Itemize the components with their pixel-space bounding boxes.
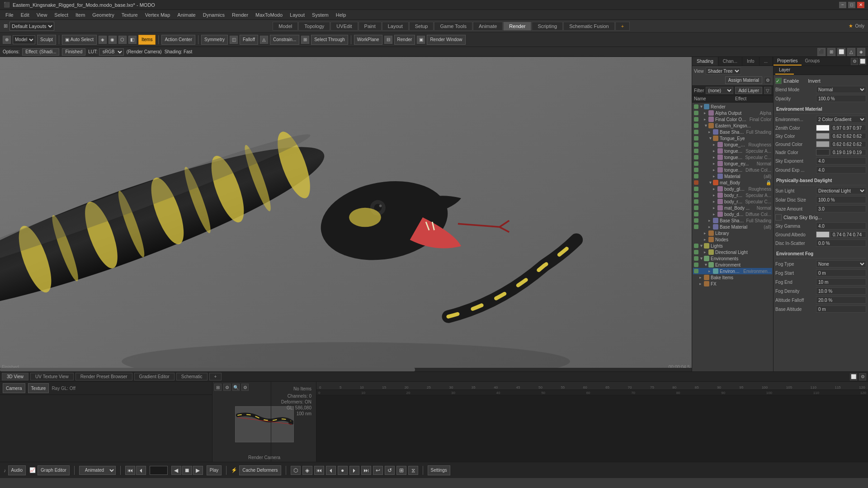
disc-scatter-value[interactable]: 0.0 % (816, 239, 866, 247)
frame-field[interactable]: 0 (150, 466, 168, 475)
tree-body-1[interactable]: ▸ body_glos... Roughness (693, 186, 772, 192)
tree-base-shader-2[interactable]: ▸ Base Shader Full Shading (693, 217, 772, 224)
transport-icon-7[interactable]: ⏭ (361, 466, 371, 475)
menu-layout[interactable]: Layout (286, 11, 308, 19)
play-button[interactable]: ▶ (193, 466, 203, 475)
transport-icon-10[interactable]: ⊞ (396, 466, 406, 475)
bottom-expand-icon[interactable]: ⬜ (850, 373, 857, 380)
tree-library[interactable]: ▸ Library (693, 230, 772, 236)
auto-select-button[interactable]: ▣ Auto Select (62, 35, 97, 45)
viewport-icon-4[interactable]: △ (847, 48, 855, 56)
tab-properties[interactable]: Properties (774, 57, 802, 66)
tab-more1[interactable]: ... (760, 57, 773, 66)
tree-tongue-eye[interactable]: ▼ Tongue_Eye (693, 135, 772, 141)
cam-search[interactable]: 🔍 (232, 384, 240, 391)
tab-uvedit[interactable]: UVEdit (330, 22, 358, 31)
eye-render[interactable] (694, 104, 698, 109)
workplane-button[interactable]: WorkPlane (354, 35, 382, 45)
tool-icon-1[interactable]: ⊕ (3, 36, 11, 44)
props-expand-icon[interactable]: ⬜ (859, 58, 866, 65)
constrain-icon[interactable]: ⊞ (301, 36, 309, 44)
constrain-button[interactable]: Constrain... (270, 35, 299, 45)
eye-final[interactable] (694, 117, 698, 122)
tree-tongue-5[interactable]: ▸ tongue_ey... Diffuse Col... (693, 167, 772, 173)
solar-disc-value[interactable]: 100.0 % (816, 196, 866, 203)
base-altitude-value[interactable]: 0 m (816, 305, 866, 313)
effect-button[interactable]: Effect: (Shadi... (22, 48, 59, 56)
eye-tongue-eye[interactable] (694, 136, 698, 141)
tab-layer[interactable]: Layer (775, 66, 794, 75)
tab-add[interactable]: + (615, 22, 630, 31)
workplane-icon[interactable]: ⊟ (384, 36, 392, 44)
tab-setup[interactable]: Setup (409, 22, 434, 31)
close-button[interactable]: ✕ (857, 2, 864, 8)
ground-value[interactable]: 0.62 0.62 0.62 (830, 141, 866, 147)
tab-game-tools[interactable]: Game Tools (434, 22, 472, 31)
tab-paint[interactable]: Paint (359, 22, 382, 31)
audio-button[interactable]: Audio (8, 465, 26, 475)
add-layer-button[interactable]: Add Layer (735, 87, 762, 94)
viewport-icon-2[interactable]: ⊞ (827, 48, 835, 56)
tab-model[interactable]: Model (273, 22, 298, 31)
transport-icon-5[interactable]: ● (338, 466, 348, 475)
tab-info[interactable]: Info (742, 57, 760, 66)
menu-maxtomode[interactable]: MaxToModo (252, 11, 286, 19)
bottom-settings-icon[interactable]: ⚙ (859, 373, 866, 380)
menu-system[interactable]: System (308, 11, 332, 19)
enable-check[interactable]: ✓ (775, 78, 782, 84)
tab-schematic[interactable]: Schematic Fusion (563, 22, 614, 31)
altitude-falloff-value[interactable]: 20.0 % (816, 296, 866, 304)
menu-item[interactable]: Item (72, 11, 89, 19)
tree-body-3[interactable]: ▸ body_refle... Specular C... (693, 198, 772, 205)
layout-select[interactable]: Default Layouts (9, 22, 54, 31)
fog-type-select[interactable]: None (816, 260, 866, 267)
sun-light-select[interactable]: Directional Light (816, 187, 866, 194)
animated-select[interactable]: Animated (79, 466, 116, 475)
select-icon-4[interactable]: ◧ (128, 36, 137, 44)
symmetry-button[interactable]: Symmetry (201, 35, 228, 45)
tab-chan[interactable]: Chan... (718, 57, 742, 66)
items-button[interactable]: Items (138, 35, 156, 45)
symmetry-icon[interactable]: ◫ (230, 36, 238, 44)
menu-edit[interactable]: Edit (17, 11, 33, 19)
fog-start-value[interactable]: 0 m (816, 269, 866, 277)
menu-file[interactable]: File (2, 11, 17, 19)
tree-env-layer[interactable]: ▸ Environment ... Environmen... (693, 268, 772, 274)
tree-lights[interactable]: ▼ Lights (693, 243, 772, 249)
tab-add-bottom[interactable]: + (209, 373, 222, 380)
render-button[interactable]: Render (394, 35, 415, 45)
menu-help[interactable]: Help (332, 11, 350, 19)
select-icon-3[interactable]: ⬡ (118, 36, 127, 44)
play-back-button[interactable]: ◀ (171, 466, 181, 475)
transport-icon-3[interactable]: ⏮ (314, 466, 324, 475)
stop-button[interactable]: ⏹ (182, 466, 192, 475)
tree-tongue-4[interactable]: ▸ tongue_ey... Normal (693, 160, 772, 167)
menu-render[interactable]: Render (228, 11, 252, 19)
tree-body-4[interactable]: ▸ mat_Body ... Normal (693, 205, 772, 211)
transport-icon-6[interactable]: ⏵ (349, 466, 359, 475)
falloff-button[interactable]: Falloff (240, 35, 258, 45)
tab-groups[interactable]: Groups (802, 57, 824, 66)
render-window-button[interactable]: Render Window (427, 35, 465, 45)
cam-settings-2[interactable]: ⚙ (223, 384, 231, 391)
falloff-icon[interactable]: ◬ (260, 36, 268, 44)
tree-fx[interactable]: ▸ FX (693, 281, 772, 287)
tree-eastern[interactable]: ▼ Eastern_Kingsn... (693, 122, 772, 129)
lut-select[interactable]: sRGB (99, 48, 124, 56)
tree-environments[interactable]: ▼ Environments (693, 255, 772, 262)
play-label-button[interactable]: Play (207, 465, 222, 475)
tab-schematic[interactable]: Schematic (176, 373, 208, 380)
select-icon-2[interactable]: ◉ (108, 36, 117, 44)
tree-alpha[interactable]: ▸ Alpha Output Alpha (693, 110, 772, 116)
menu-animate[interactable]: Animate (174, 11, 199, 19)
ground-exp-value[interactable]: 4.0 (816, 166, 866, 174)
blend-mode-select[interactable]: Normal (816, 86, 866, 93)
finished-button[interactable]: Finished (62, 48, 85, 56)
nadir-swatch[interactable] (816, 149, 830, 155)
tree-base-shader[interactable]: ▸ Base Shader Full Shading (693, 129, 772, 135)
transport-icon-2[interactable]: ◈ (302, 466, 312, 475)
menu-dynamics[interactable]: Dynamics (199, 11, 228, 19)
transport-icon-8[interactable]: ↩ (373, 466, 383, 475)
sculpt-button[interactable]: Sculpt (37, 35, 56, 45)
sky-value[interactable]: 0.62 0.62 0.62 (830, 133, 866, 139)
